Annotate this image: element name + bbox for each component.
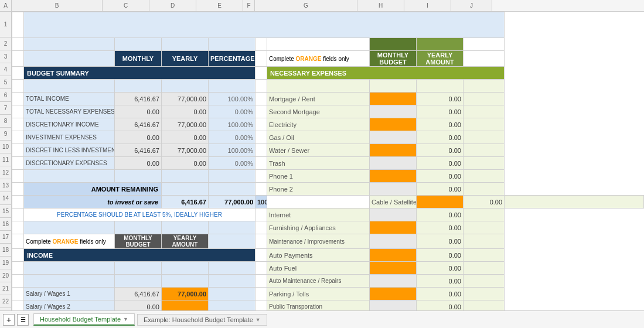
r19-h[interactable]	[370, 262, 417, 275]
add-sheet-button[interactable]: +	[3, 314, 15, 326]
r21-salary1: Salary / Wages 1	[24, 288, 115, 300]
r7-h[interactable]	[370, 105, 417, 118]
rn-10: 10	[0, 141, 11, 153]
r10-d[interactable]: 77,000.00	[162, 144, 209, 157]
r3-b	[24, 51, 115, 67]
r13-j	[464, 183, 505, 196]
r21-e	[209, 288, 255, 300]
r22-c[interactable]: 0.00	[115, 300, 162, 310]
tab-active-label: Household Budget Template	[40, 316, 121, 323]
r10-c[interactable]: 6,416.67	[115, 144, 162, 157]
r21-d[interactable]: 77,000.00	[162, 288, 209, 300]
r20-j	[464, 275, 505, 288]
rn-5: 5	[0, 76, 11, 89]
tab-household-budget[interactable]: Household Budget Template ▼	[33, 313, 135, 326]
r17-d-yearly-amount: YEARLYAMOUNT	[162, 234, 209, 249]
r19-a	[12, 262, 24, 275]
income-header: INCOME	[24, 249, 255, 262]
r8-d[interactable]: 77,000.00	[162, 118, 209, 131]
r22-j	[464, 300, 505, 310]
row-numbers: 1 2 3 4 5 6 7 8 9 10 11 12 13 14 15 16 1…	[0, 12, 12, 310]
rn-6: 6	[0, 89, 11, 102]
rn-15: 15	[0, 205, 11, 218]
r22-h[interactable]	[370, 300, 417, 310]
rn-2: 2	[0, 37, 11, 50]
r6-d[interactable]: 77,000.00	[162, 93, 209, 105]
rn-18: 18	[0, 244, 11, 257]
r14-h[interactable]	[417, 196, 464, 209]
tab-example[interactable]: Example: Household Budget Template ▼	[137, 314, 267, 326]
r21-a	[12, 288, 24, 300]
r12-f	[255, 170, 267, 183]
row-7: TOTAL NECESSARY EXPENSES 0.00 0.00 0.00%…	[12, 105, 644, 118]
r9-c[interactable]: 0.00	[115, 131, 162, 144]
r17-e	[209, 234, 255, 249]
row-4: BUDGET SUMMARY NECESSARY EXPENSES	[12, 67, 644, 80]
r9-h[interactable]	[370, 131, 417, 144]
r11-h[interactable]	[370, 157, 417, 170]
r20-h[interactable]	[370, 275, 417, 288]
r10-label: DISCRET INC LESS INVESTMENTS	[24, 144, 115, 157]
col-a: A	[0, 0, 12, 11]
r11-i: 0.00	[417, 157, 464, 170]
r21-h[interactable]	[370, 288, 417, 300]
r20-e	[209, 275, 255, 288]
r8-h[interactable]	[370, 118, 417, 131]
r20-b	[24, 275, 115, 288]
r18-h[interactable]	[370, 249, 417, 262]
r16-furnishing: Furnishing / Appliances	[267, 221, 370, 234]
r13-f	[255, 183, 267, 196]
r2-i	[417, 38, 464, 51]
r9-d[interactable]: 0.00	[162, 131, 209, 144]
r6-c[interactable]: 6,416.67	[115, 93, 162, 105]
r14-f	[267, 196, 370, 209]
r8-j	[464, 118, 505, 131]
r17-j	[464, 234, 505, 249]
r21-c[interactable]: 6,416.67	[115, 288, 162, 300]
row-10: DISCRET INC LESS INVESTMENTS 6,416.67 77…	[12, 144, 644, 157]
r11-a	[12, 157, 24, 170]
r21-j	[464, 288, 505, 300]
rn-22: 22	[0, 295, 11, 308]
r17-h[interactable]	[370, 234, 417, 249]
r6-h-mortgage[interactable]	[370, 93, 417, 105]
rn-14: 14	[0, 192, 11, 205]
r11-d[interactable]: 0.00	[162, 157, 209, 170]
r9-e: 0.00%	[209, 131, 255, 144]
r5-d	[162, 80, 209, 93]
rn-19: 19	[0, 257, 11, 269]
spreadsheet-table: MONTHLY YEARLY PERCENTAGE Complete ORANG…	[12, 12, 644, 310]
r22-salary2: Salary / Wages 2	[24, 300, 115, 310]
sheet-menu-button[interactable]: ☰	[17, 314, 29, 326]
r11-c[interactable]: 0.00	[115, 157, 162, 170]
r7-second-mortgage: Second Mortgage	[267, 105, 370, 118]
r6-e: 100.00%	[209, 93, 255, 105]
r16-h[interactable]	[370, 221, 417, 234]
r12-b	[24, 170, 115, 183]
row-12: Phone 1 0.00	[12, 170, 644, 183]
r5-c	[115, 80, 162, 93]
r10-h[interactable]	[370, 144, 417, 157]
r12-a	[12, 170, 24, 183]
r6-j	[464, 93, 505, 105]
r7-d[interactable]: 0.00	[162, 105, 209, 118]
rn-1: 1	[0, 12, 11, 37]
r12-h[interactable]	[370, 170, 417, 183]
row-19: Auto Fuel 0.00	[12, 262, 644, 275]
row-6: TOTAL INCOME 6,416.67 77,000.00 100.00% …	[12, 93, 644, 105]
r3-e-percentage: PERCENTAGE	[209, 51, 255, 67]
r8-c[interactable]: 6,416.67	[115, 118, 162, 131]
r7-c[interactable]: 0.00	[115, 105, 162, 118]
r17-f	[255, 234, 267, 249]
r22-public-transport: Public Transporation	[267, 300, 370, 310]
row-1	[12, 12, 644, 38]
r18-f	[255, 249, 267, 262]
r18-a	[12, 249, 24, 262]
col-d: D	[149, 0, 196, 11]
r16-i: 0.00	[417, 221, 464, 234]
r15-h[interactable]	[370, 209, 417, 221]
r13-h[interactable]	[370, 183, 417, 196]
r22-d[interactable]	[162, 300, 209, 310]
rn-13: 13	[0, 179, 11, 192]
r8-electricity: Electricity	[267, 118, 370, 131]
